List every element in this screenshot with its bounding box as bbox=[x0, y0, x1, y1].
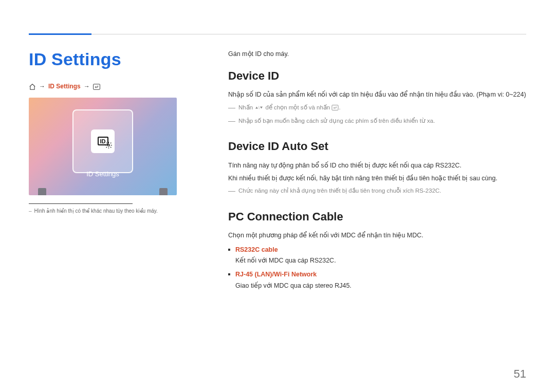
bullet-icon bbox=[228, 273, 230, 275]
option-label-rj45: RJ-45 (LAN)/Wi-Fi Network bbox=[235, 270, 526, 279]
note-rule bbox=[29, 203, 133, 204]
page-title: ID Settings bbox=[29, 49, 188, 69]
gear-icon bbox=[105, 141, 113, 151]
device-id-note-1-text: Nhấn để chọn một số và nhấn . bbox=[238, 103, 526, 114]
option-label-rs232c: RS232C cable bbox=[235, 245, 526, 255]
note-text-pre: Nhấn bbox=[238, 104, 254, 110]
section-heading-auto-set: Device ID Auto Set bbox=[228, 138, 526, 155]
rule-line bbox=[29, 34, 526, 34]
left-column: ID Settings → ID Settings → bbox=[29, 49, 188, 291]
device-id-desc: Nhập số ID của sản phẩm kết nối với cáp … bbox=[228, 90, 526, 100]
long-dash-icon bbox=[228, 108, 235, 108]
pc-cable-desc: Chọn một phương pháp để kết nối với MDC … bbox=[228, 231, 526, 240]
right-column: Gán một ID cho máy. Device ID Nhập số ID… bbox=[228, 49, 526, 291]
auto-set-note: Chức năng này chỉ khả dụng trên thiết bị… bbox=[228, 186, 526, 196]
auto-set-desc-1: Tính năng này tự động phân bổ số ID cho … bbox=[228, 161, 526, 171]
section-heading-pc-cable: PC Connection Cable bbox=[228, 208, 526, 226]
list-item-content: RJ-45 (LAN)/Wi-Fi Network Giao tiếp với … bbox=[235, 270, 526, 291]
auto-set-note-text: Chức năng này chỉ khả dụng trên thiết bị… bbox=[238, 186, 526, 196]
up-down-arrow-icon bbox=[254, 104, 264, 114]
arrow-right-icon: → bbox=[84, 83, 90, 90]
enter-icon bbox=[331, 104, 339, 114]
dash-icon: – bbox=[29, 208, 32, 214]
bullet-icon bbox=[228, 249, 230, 251]
manual-page: ID Settings → ID Settings → bbox=[0, 0, 555, 392]
thumbnail-disclaimer: – Hình ảnh hiển thị có thể khác nhau tùy… bbox=[29, 208, 188, 214]
tv-feet-icon bbox=[29, 188, 177, 195]
feature-thumbnail: ID ID Settings bbox=[29, 98, 177, 195]
svg-rect-0 bbox=[93, 84, 100, 90]
thumbnail-caption: ID Settings bbox=[29, 170, 177, 178]
note-text-post: để chọn một số và nhấn bbox=[264, 104, 331, 110]
auto-set-desc-2: Khi nhiều thiết bị được kết nối, hãy bật… bbox=[228, 174, 526, 183]
disclaimer-text: Hình ảnh hiển thị có thể khác nhau tùy t… bbox=[34, 208, 158, 214]
device-id-note-1: Nhấn để chọn một số và nhấn . bbox=[228, 103, 526, 114]
page-number: 51 bbox=[514, 367, 526, 381]
list-item: RS232C cable Kết nối với MDC qua cáp RS2… bbox=[228, 245, 526, 266]
home-icon bbox=[29, 83, 36, 90]
enter-icon bbox=[93, 83, 100, 90]
long-dash-icon bbox=[228, 191, 235, 192]
cable-options-list: RS232C cable Kết nối với MDC qua cáp RS2… bbox=[228, 245, 526, 291]
rule-accent bbox=[29, 33, 91, 35]
section-heading-device-id: Device ID bbox=[228, 67, 526, 85]
option-desc-rs232c: Kết nối với MDC qua cáp RS232C. bbox=[235, 256, 526, 266]
device-id-note-2-text: Nhập số bạn muốn bằng cách sử dụng các p… bbox=[238, 117, 526, 126]
thumbnail-icon-box: ID bbox=[91, 129, 115, 153]
device-id-note-2: Nhập số bạn muốn bằng cách sử dụng các p… bbox=[228, 117, 526, 126]
option-desc-rj45: Giao tiếp với MDC qua cáp stereo RJ45. bbox=[235, 281, 526, 291]
content-columns: ID Settings → ID Settings → bbox=[29, 0, 526, 291]
list-item-content: RS232C cable Kết nối với MDC qua cáp RS2… bbox=[235, 245, 526, 266]
list-item: RJ-45 (LAN)/Wi-Fi Network Giao tiếp với … bbox=[228, 270, 526, 291]
breadcrumb: → ID Settings → bbox=[29, 83, 188, 90]
svg-line-2 bbox=[259, 106, 260, 109]
long-dash-icon bbox=[228, 121, 235, 122]
svg-rect-3 bbox=[332, 105, 338, 110]
period: . bbox=[339, 104, 340, 110]
intro-text: Gán một ID cho máy. bbox=[228, 49, 526, 59]
breadcrumb-item-id-settings: ID Settings bbox=[48, 83, 81, 90]
arrow-right-icon: → bbox=[39, 83, 45, 90]
svg-point-1 bbox=[108, 144, 110, 146]
thumbnail-card: ID bbox=[72, 109, 133, 173]
